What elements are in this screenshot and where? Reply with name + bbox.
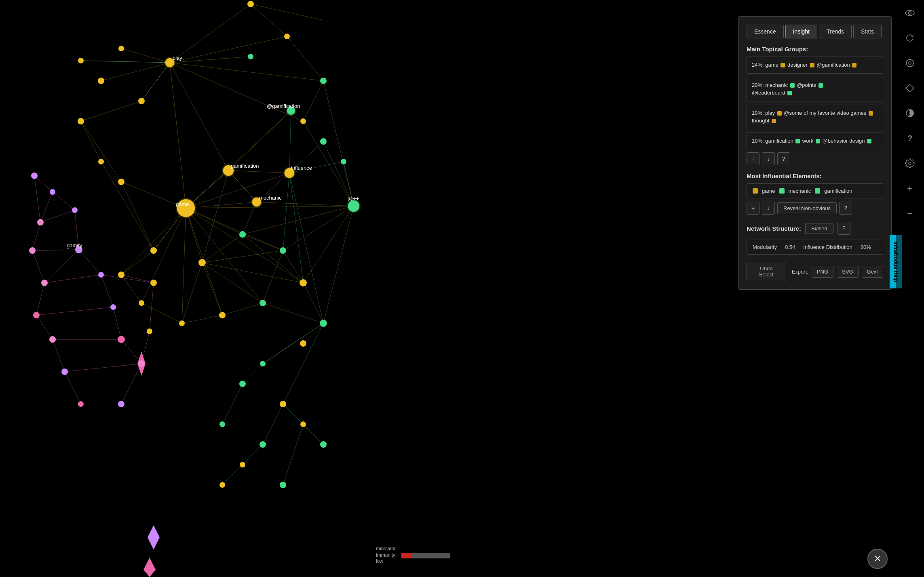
pink-node-7[interactable]: [138, 360, 145, 367]
mindviral-label: mindviralimmunity:low: [376, 546, 397, 565]
settings-icon[interactable]: [901, 154, 919, 172]
node-11[interactable]: [248, 54, 253, 59]
node-30[interactable]: [219, 421, 225, 427]
node-28[interactable]: [239, 381, 246, 387]
svg-marker-124: [906, 84, 914, 92]
clock-icon[interactable]: [901, 54, 919, 72]
tab-essence[interactable]: Essence: [747, 25, 784, 38]
purple-node-2[interactable]: [50, 189, 55, 195]
node-37[interactable]: [150, 280, 157, 286]
help-influential-btn[interactable]: ?: [839, 202, 852, 215]
svg-line-49: [303, 283, 323, 323]
help-icon[interactable]: ?: [901, 129, 919, 147]
zoom-in-icon[interactable]: +: [901, 179, 919, 197]
svg-line-53: [182, 315, 222, 323]
node-18[interactable]: [280, 247, 286, 254]
tab-stats[interactable]: Stats: [853, 25, 882, 38]
contrast-icon[interactable]: [901, 104, 919, 122]
node-19[interactable]: [300, 279, 307, 286]
add-group-btn[interactable]: +: [747, 152, 759, 165]
at-plus-plus-node[interactable]: [348, 200, 359, 212]
diamond-purple-node[interactable]: [148, 525, 160, 550]
diamond-bottom-node[interactable]: [143, 558, 156, 577]
svg-line-79: [289, 173, 323, 323]
biased-btn[interactable]: Biased: [805, 223, 833, 234]
refresh-icon[interactable]: [901, 29, 919, 47]
eye-icon[interactable]: [901, 4, 919, 22]
node-6[interactable]: [341, 159, 346, 164]
topic-group-3-thought: thought: [752, 118, 771, 124]
export-png-btn[interactable]: PNG: [812, 266, 833, 278]
node-9[interactable]: [118, 46, 124, 51]
node-25[interactable]: [320, 320, 327, 327]
node-34[interactable]: [240, 462, 245, 467]
svg-line-46: [283, 251, 303, 283]
node-15[interactable]: [150, 247, 157, 254]
pink-node-8[interactable]: [78, 401, 84, 407]
zoom-out-icon[interactable]: −: [901, 204, 919, 222]
node-33[interactable]: [320, 441, 327, 448]
node-8[interactable]: [98, 78, 104, 84]
node-2[interactable]: [284, 34, 290, 39]
svg-line-33: [287, 36, 323, 81]
node-35[interactable]: [280, 482, 286, 488]
close-button[interactable]: ✕: [867, 549, 888, 569]
node-16[interactable]: [198, 259, 206, 266]
node-3[interactable]: [320, 78, 327, 84]
pink-node-5[interactable]: [49, 336, 56, 343]
pink-node-6[interactable]: [118, 336, 125, 343]
pink-node-1[interactable]: [37, 219, 44, 225]
node-5[interactable]: [320, 138, 327, 145]
download-group-btn[interactable]: ↓: [762, 152, 775, 165]
node-13[interactable]: [98, 159, 104, 164]
node-4[interactable]: [300, 118, 306, 124]
purple-node-6[interactable]: [61, 369, 68, 375]
tab-insight[interactable]: Insight: [785, 25, 817, 38]
node-1[interactable]: [247, 1, 254, 7]
pink-node-4[interactable]: [33, 312, 40, 318]
node-23[interactable]: [139, 300, 144, 306]
pink-node-3[interactable]: [41, 280, 48, 286]
svg-line-15: [121, 208, 186, 275]
swatch-game-influential: [753, 188, 758, 194]
node-21[interactable]: [219, 312, 226, 318]
node-10[interactable]: [138, 98, 145, 104]
node-17[interactable]: [239, 231, 246, 238]
node-12[interactable]: [78, 118, 84, 124]
svg-line-103: [79, 250, 101, 275]
topic-group-4: 10%: gamification work @behavior design: [747, 133, 883, 150]
pink-node-2[interactable]: [29, 247, 36, 254]
add-influential-btn[interactable]: +: [747, 202, 759, 215]
purple-node-3[interactable]: [72, 207, 78, 213]
node-7[interactable]: [78, 58, 84, 63]
node-20[interactable]: [259, 300, 266, 306]
help-group-btn[interactable]: ?: [777, 152, 790, 165]
node-27[interactable]: [260, 361, 266, 366]
node-32[interactable]: [300, 421, 306, 427]
undo-select-btn[interactable]: Undo Select: [747, 262, 786, 281]
svg-line-64: [121, 182, 154, 251]
node-14[interactable]: [118, 179, 124, 185]
node-31[interactable]: [259, 441, 266, 448]
reveal-btn[interactable]: Reveal Non-obvious: [777, 202, 837, 214]
purple-node-7[interactable]: [118, 401, 124, 407]
export-gexf-btn[interactable]: Gexf: [862, 266, 883, 278]
diamond-icon[interactable]: [901, 79, 919, 97]
node-29[interactable]: [280, 401, 286, 407]
gamify-label: gamify: [67, 242, 82, 248]
node-36[interactable]: [219, 482, 225, 488]
node-26[interactable]: [300, 340, 306, 347]
tab-trends[interactable]: Trends: [819, 25, 852, 38]
purple-node-1[interactable]: [31, 173, 38, 179]
node-22[interactable]: [179, 320, 185, 326]
topic-group-2-text: 20%: mechanic: [752, 82, 788, 88]
node-24[interactable]: [118, 272, 124, 278]
network-help-btn[interactable]: ?: [838, 222, 850, 235]
download-influential-btn[interactable]: ↓: [762, 202, 775, 215]
purple-node-5[interactable]: [110, 304, 116, 310]
topic-group-2: 20%: mechanic @points @leaderboard: [747, 77, 883, 101]
purple-node-4[interactable]: [98, 272, 104, 278]
svg-line-28: [228, 111, 291, 171]
node-38[interactable]: [147, 329, 152, 334]
export-svg-btn[interactable]: SVG: [837, 266, 858, 278]
